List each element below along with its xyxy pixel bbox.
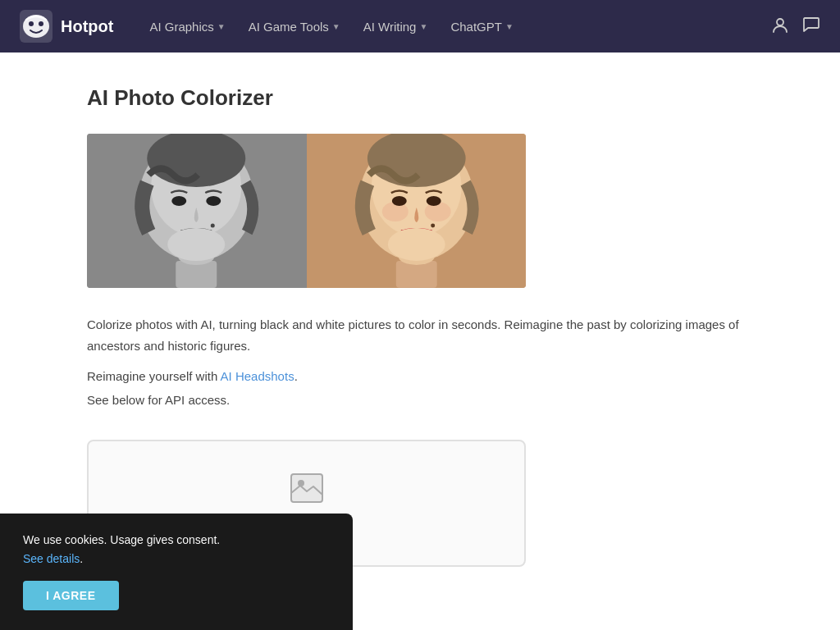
svg-point-23	[431, 223, 435, 227]
description-text: Colorize photos with AI, turning black a…	[87, 314, 753, 356]
svg-point-14	[167, 228, 225, 261]
nav-ai-writing[interactable]: AI Writing ▼	[354, 13, 438, 40]
svg-point-21	[391, 196, 406, 206]
svg-point-2	[29, 21, 34, 26]
brand-name: Hotpot	[61, 17, 113, 36]
svg-point-10	[206, 196, 221, 206]
svg-point-9	[171, 196, 186, 206]
api-text: See below for API access.	[87, 393, 753, 407]
nav-ai-graphics[interactable]: AI Graphics ▼	[139, 13, 235, 40]
svg-point-22	[426, 196, 441, 206]
user-icon[interactable]	[771, 16, 789, 38]
navigation: Hotpot AI Graphics ▼ AI Game Tools ▼ AI …	[0, 0, 840, 52]
nav-chatgpt[interactable]: ChatGPT ▼	[441, 13, 523, 40]
ai-headshots-link[interactable]: AI Headshots	[221, 369, 294, 383]
svg-point-26	[387, 228, 445, 261]
cookie-agree-button[interactable]: I AGREE	[23, 581, 119, 600]
chevron-down-icon: ▼	[332, 22, 340, 31]
chevron-down-icon: ▼	[505, 22, 514, 31]
chevron-down-icon: ▼	[419, 22, 427, 31]
image-upload-icon	[290, 473, 323, 510]
page-title: AI Photo Colorizer	[87, 85, 753, 111]
chevron-down-icon: ▼	[217, 22, 226, 31]
svg-point-3	[39, 21, 43, 26]
nav-links: AI Graphics ▼ AI Game Tools ▼ AI Writing…	[139, 13, 771, 40]
hero-image	[87, 134, 526, 288]
cookie-message: We use cookies. Usage gives consent.	[23, 533, 330, 546]
nav-ai-game-tools[interactable]: AI Game Tools ▼	[239, 13, 350, 40]
cookie-details-link[interactable]: See details	[23, 552, 80, 565]
nav-actions	[771, 16, 820, 38]
hero-color-side	[307, 134, 527, 288]
hero-bw-side	[87, 134, 307, 288]
cookie-period: .	[80, 552, 83, 565]
svg-point-4	[777, 19, 783, 25]
chat-icon[interactable]	[802, 16, 820, 38]
cookie-banner: We use cookies. Usage gives consent. See…	[0, 514, 353, 600]
reimagine-line: Reimagine yourself with AI Headshots.	[87, 369, 753, 383]
svg-point-11	[211, 224, 215, 228]
brand-logo[interactable]: Hotpot	[20, 10, 113, 43]
svg-rect-27	[291, 474, 322, 502]
